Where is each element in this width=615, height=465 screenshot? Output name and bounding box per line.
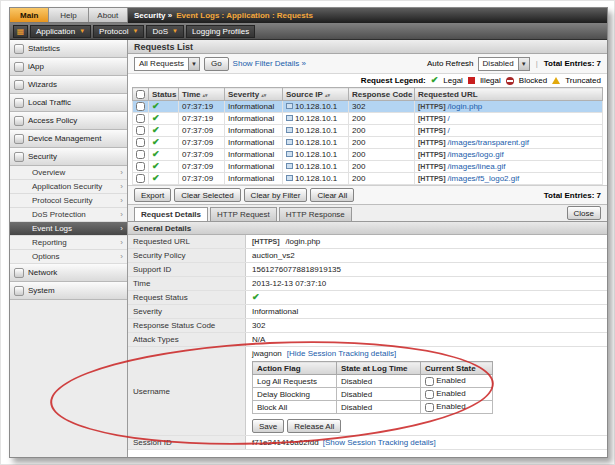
legal-status-icon: ✔: [152, 161, 160, 171]
detail-row-severity: Severity Informational: [128, 305, 607, 319]
clear-selected-button[interactable]: Clear Selected: [174, 188, 240, 202]
chevron-down-icon: ▼: [188, 58, 199, 70]
username-line: jwagnon [Hide Session Tracking details]: [252, 349, 396, 358]
chevron-right-icon: ›: [120, 210, 123, 219]
sidebar-item-dos-protection[interactable]: DoS Protection›: [10, 208, 127, 222]
show-filter-details-link[interactable]: Show Filter Details »: [233, 59, 306, 68]
requests-filter-value: All Requests: [135, 59, 188, 68]
column-status[interactable]: Status▴▾: [149, 88, 179, 101]
request-url-link[interactable]: /images/logo.gif: [448, 150, 504, 159]
sort-icon: ▴▾: [325, 92, 330, 98]
source-ip-value: 10.128.10.1: [295, 162, 337, 171]
select-all-checkbox[interactable]: [136, 90, 145, 99]
request-row[interactable]: ✔ 07:37:09 Informational 10.128.10.1 200…: [133, 173, 603, 185]
request-url-link[interactable]: /images/transparent.gif: [448, 138, 529, 147]
source-ip-cell: 10.128.10.1: [283, 125, 349, 137]
status-cell: ✔: [149, 125, 179, 137]
source-ip-cell: 10.128.10.1: [283, 101, 349, 113]
sidebar-item-application-security[interactable]: Application Security›: [10, 180, 127, 194]
severity-cell: Informational: [225, 149, 283, 161]
requests-filter-select[interactable]: All Requests ▼: [134, 57, 200, 71]
row-checkbox[interactable]: [136, 138, 145, 147]
export-button[interactable]: Export: [134, 188, 171, 202]
protocol-tag: [HTTPS]: [418, 139, 446, 146]
chevron-down-icon: ▼: [79, 28, 85, 34]
row-checkbox[interactable]: [136, 114, 145, 123]
column-severity[interactable]: Severity▴▾: [225, 88, 283, 101]
tab-help[interactable]: Help: [49, 8, 88, 22]
sidebar-item-event-logs[interactable]: Event Logs›: [10, 222, 127, 236]
truncated-icon: [552, 77, 560, 84]
request-url-link[interactable]: /login.php: [448, 102, 483, 111]
hide-session-tracking-link[interactable]: [Hide Session Tracking details]: [287, 349, 396, 358]
sidebar-item-protocol-security[interactable]: Protocol Security›: [10, 194, 127, 208]
release-all-button[interactable]: Release All: [287, 419, 341, 433]
column-label: Source IP: [286, 90, 323, 99]
total-entries-top: Total Entries: 7: [544, 59, 601, 68]
enabled-checkbox[interactable]: [425, 377, 434, 386]
subnav-tab-dos[interactable]: DoS ▼: [146, 25, 184, 38]
grid-menu-icon[interactable]: ▦: [13, 25, 28, 38]
detail-row-requested-url: Requested URL [HTTPS]/login.php: [128, 235, 607, 249]
close-button[interactable]: Close: [567, 206, 601, 220]
username-detail-area: jwagnon [Hide Session Tracking details] …: [246, 347, 607, 435]
tab-about[interactable]: About: [89, 8, 128, 22]
sidebar-item-options[interactable]: Options›: [10, 250, 127, 264]
request-row[interactable]: ✔ 07:37:09 Informational 10.128.10.1 200…: [133, 161, 603, 173]
column-requested-url[interactable]: Requested URL: [415, 88, 603, 101]
time-cell: 07:37:09: [179, 149, 225, 161]
request-row[interactable]: ✔ 07:37:19 Informational 10.128.10.1 302…: [133, 101, 603, 113]
auto-refresh-select[interactable]: Disabled ▼: [478, 57, 530, 71]
requested-url-cell: [HTTPS]/: [415, 125, 603, 137]
sidebar-item-access-policy[interactable]: Access Policy: [10, 112, 127, 130]
clear-all-button[interactable]: Clear All: [310, 188, 354, 202]
row-checkbox[interactable]: [136, 150, 145, 159]
tab-http-response[interactable]: HTTP Response: [279, 207, 352, 221]
show-session-tracking-link[interactable]: [Show Session Tracking details]: [323, 438, 436, 447]
request-url-link[interactable]: /images/f5_logo2.gif: [448, 174, 520, 183]
column-time[interactable]: Time▴▾: [179, 88, 225, 101]
sidebar-item-statistics[interactable]: Statistics: [10, 40, 127, 58]
enabled-checkbox[interactable]: [425, 403, 434, 412]
severity-cell: Informational: [225, 101, 283, 113]
request-row[interactable]: ✔ 07:37:09 Informational 10.128.10.1 200…: [133, 149, 603, 161]
row-checkbox[interactable]: [136, 174, 145, 183]
log-time-state-cell: Disabled: [337, 401, 421, 414]
sidebar-item-overview[interactable]: Overview›: [10, 166, 127, 180]
request-row[interactable]: ✔ 07:37:09 Informational 10.128.10.1 200…: [133, 137, 603, 149]
sidebar-item-system[interactable]: System: [10, 282, 127, 300]
sidebar-item-security[interactable]: Security: [10, 148, 127, 166]
iapp-icon: [14, 62, 24, 72]
go-button[interactable]: Go: [204, 57, 229, 71]
subnav-tab-protocol[interactable]: Protocol ▼: [93, 25, 144, 38]
subnav-tab-logging-profiles[interactable]: Logging Profiles: [186, 25, 255, 38]
subnav-tab-application[interactable]: Application ▼: [30, 25, 91, 38]
row-checkbox[interactable]: [136, 162, 145, 171]
source-ip-cell: 10.128.10.1: [283, 161, 349, 173]
sidebar-child-label: Reporting: [32, 238, 67, 247]
select-all-header[interactable]: [133, 88, 149, 101]
request-url-link[interactable]: /: [448, 126, 450, 135]
tab-main[interactable]: Main: [10, 8, 49, 22]
request-row[interactable]: ✔ 07:37:09 Informational 10.128.10.1 200…: [133, 125, 603, 137]
tab-request-details[interactable]: Request Details: [134, 207, 208, 221]
clear-by-filter-button[interactable]: Clear by Filter: [244, 188, 308, 202]
requests-table-header-row: Status▴▾ Time▴▾ Severity▴▾ Source IP▴▾ R…: [133, 88, 603, 101]
sidebar-item-network[interactable]: Network: [10, 264, 127, 282]
request-url-link[interactable]: /images/linea.gif: [448, 162, 506, 171]
column-source-ip[interactable]: Source IP▴▾: [283, 88, 349, 101]
column-response-code[interactable]: Response Code▴▾: [349, 88, 415, 101]
sidebar-item-iapp[interactable]: iApp: [10, 58, 127, 76]
request-url-link[interactable]: /: [448, 114, 450, 123]
tab-http-request[interactable]: HTTP Request: [210, 207, 277, 221]
enabled-checkbox[interactable]: [425, 390, 434, 399]
row-checkbox[interactable]: [136, 126, 145, 135]
save-button[interactable]: Save: [252, 419, 284, 433]
sidebar-item-reporting[interactable]: Reporting›: [10, 236, 127, 250]
request-row[interactable]: ✔ 07:37:19 Informational 10.128.10.1 200…: [133, 113, 603, 125]
general-details-title: General Details: [133, 224, 191, 233]
row-checkbox[interactable]: [136, 102, 145, 111]
sidebar-item-local-traffic[interactable]: Local Traffic: [10, 94, 127, 112]
sidebar-item-device-management[interactable]: Device Management: [10, 130, 127, 148]
sidebar-item-wizards[interactable]: Wizards: [10, 76, 127, 94]
